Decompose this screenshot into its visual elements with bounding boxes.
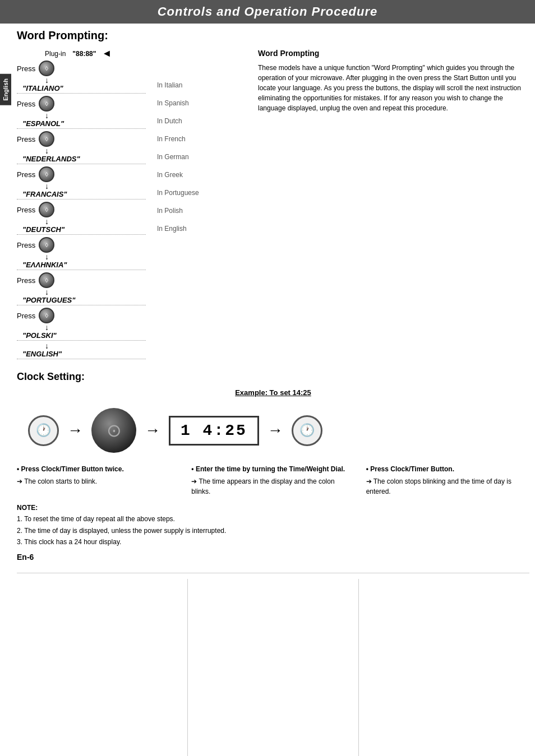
display-6: "PORTUGUES" [22, 296, 75, 304]
press-label-6: Press [17, 276, 35, 285]
press-button-6[interactable]: ◊ [39, 272, 54, 288]
sequence-block-5: Press ◊ ↓ "EΛΛHNKIA" [17, 237, 146, 270]
display-2: "NEDERLANDS" [22, 155, 80, 163]
display-3: "FRANCAIS" [22, 190, 67, 198]
clock-setting-title: Clock Setting: [17, 371, 529, 383]
display-1: "ESPANOL" [22, 119, 64, 128]
word-prompting-section: Word Prompting: Plug-in "88:88" ◄ Press … [17, 29, 529, 360]
arrow-8: ↓ [45, 342, 146, 350]
press-button-1[interactable]: ◊ [39, 96, 54, 112]
description-text: These models have a unique function "Wor… [258, 63, 529, 113]
clock-instructions: • Press Clock/Timer Button twice. ➔ The … [17, 464, 529, 497]
clock-instr-detail-0: ➔ The colon starts to blink. [17, 476, 180, 486]
sequence-block-6: Press ◊ ↓ "PORTUGUES" [17, 272, 146, 305]
display-8: "ENGLISH" [22, 350, 62, 358]
sequence-block-1: Press ◊ ↓ "ESPANOL" [17, 96, 146, 129]
display-7: "POLSKI" [22, 331, 57, 340]
page-header: Controls and Operation Procedure [0, 0, 535, 24]
arrow-right-1: → [67, 421, 83, 439]
lang-item-2: In Dutch [157, 117, 247, 125]
lang-item-7: In Polish [157, 207, 247, 215]
bottom-blank-section [17, 573, 529, 756]
arrow-3: ↓ [45, 182, 146, 190]
note-1: 2. The time of day is displayed, unless … [17, 525, 529, 536]
press-button-4[interactable]: ◊ [39, 202, 54, 217]
note-2: 3. This clock has a 24 hour display. [17, 536, 529, 548]
sequence-block-7: Press ◊ ↓ "POLSKI" [17, 308, 146, 341]
display-4: "DEUTSCH" [22, 225, 64, 234]
press-button-2[interactable]: ◊ [39, 131, 54, 147]
arrow-right-2: → [145, 421, 160, 439]
clock-diagram: 🕐 → ⊙ → 1 4:25 → 🕐 [17, 402, 529, 458]
time-weight-dial: ⊙ [91, 408, 136, 453]
initial-display: "88:88" [72, 50, 96, 58]
clock-instr-title-0: • Press Clock/Timer Button twice. [17, 464, 180, 474]
clock-instr-detail-2: ➔ The colon stops blinking and the time … [366, 476, 529, 497]
clock-display: 1 4:25 [169, 416, 259, 446]
press-label-0: Press [17, 64, 35, 73]
clock-example-label: Example: To set 14:25 [17, 388, 529, 397]
press-button-3[interactable]: ◊ [39, 166, 54, 182]
arrow-1: ↓ [45, 112, 146, 119]
sequence-block-2: Press ◊ ↓ "NEDERLANDS" [17, 131, 146, 164]
sequence-block-4: Press ◊ ↓ "DEUTSCH" [17, 202, 146, 235]
lang-item-6: In Portuguese [157, 189, 247, 197]
clock-instr-0: • Press Clock/Timer Button twice. ➔ The … [17, 464, 180, 497]
arrow-7: ↓ [45, 323, 146, 331]
press-button-7[interactable]: ◊ [39, 308, 54, 323]
arrow-6: ↓ [45, 288, 146, 296]
lang-item-4: In German [157, 153, 247, 161]
clock-instr-1: • Enter the time by turning the Time/Wei… [191, 464, 354, 497]
press-sequence: Plug-in "88:88" ◄ Press ◊ ↓ "ITALIANO" [17, 48, 146, 360]
lang-item-1: In Spanish [157, 99, 247, 107]
arrow-0: ↓ [45, 76, 146, 84]
press-label-4: Press [17, 206, 35, 214]
clock-instr-title-1: • Enter the time by turning the Time/Wei… [191, 464, 354, 474]
press-label-5: Press [17, 241, 35, 249]
clock-setting-section: Clock Setting: Example: To set 14:25 🕐 →… [17, 371, 529, 562]
note-0: 1. To reset the time of day repeat all t… [17, 513, 529, 525]
display-5: "EΛΛHNKIA" [22, 261, 67, 269]
description-label: Word Prompting [258, 48, 529, 59]
lang-item-3: In French [157, 135, 247, 143]
display-0: "ITALIANO" [22, 84, 63, 92]
lang-item-5: In Greek [157, 171, 247, 179]
sequence-block-8: ↓ "ENGLISH" [17, 342, 146, 359]
press-label-1: Press [17, 100, 35, 108]
language-list: In Italian In Spanish In Dutch In French… [157, 48, 247, 360]
clock-instr-detail-1: ➔ The time appears in the display and th… [191, 476, 354, 497]
press-label-2: Press [17, 135, 35, 143]
page-number: En-6 [17, 553, 529, 562]
word-prompting-title: Word Prompting: [17, 29, 529, 42]
sequence-block-3: Press ◊ ↓ "FRANCAIS" [17, 166, 146, 200]
note-title: NOTE: [17, 504, 38, 512]
page-title: Controls and Operation Procedure [0, 4, 535, 19]
arrow-2: ↓ [45, 147, 146, 155]
arrow-5: ↓ [45, 253, 146, 261]
press-label-7: Press [17, 312, 35, 320]
press-button-5[interactable]: ◊ [39, 237, 54, 253]
clock-icon-small: 🕐 [28, 415, 59, 446]
clock-instr-title-2: • Press Clock/Timer Button. [366, 464, 529, 474]
lang-item-8: In English [157, 225, 247, 233]
note-section: NOTE: 1. To reset the time of day repeat… [17, 502, 529, 548]
arrow-right-3: → [268, 421, 283, 439]
clock-instr-2: • Press Clock/Timer Button. ➔ The colon … [366, 464, 529, 497]
plug-in-label: Plug-in [45, 50, 66, 58]
arrow-4: ↓ [45, 217, 146, 225]
press-button-0[interactable]: ◊ [39, 61, 54, 76]
press-label-3: Press [17, 170, 35, 179]
clock-icon-small-2: 🕐 [292, 415, 322, 446]
description-box: Word Prompting These models have a uniqu… [258, 48, 529, 360]
sequence-block-0: Press ◊ ↓ "ITALIANO" [17, 61, 146, 94]
lang-item-0: In Italian [157, 81, 247, 89]
plug-in-row: Plug-in "88:88" ◄ [17, 48, 146, 59]
arrow-indicator: ◄ [102, 48, 112, 59]
